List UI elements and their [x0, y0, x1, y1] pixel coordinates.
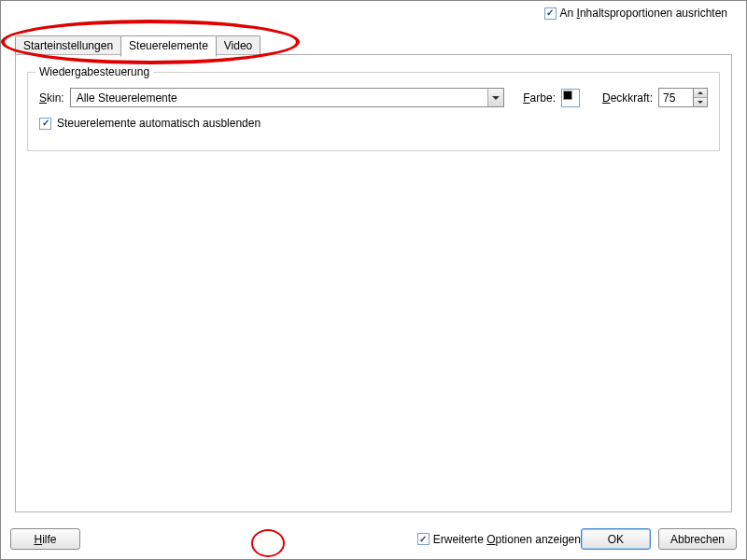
- opacity-label: Deckkraft:: [602, 91, 653, 105]
- advanced-options-checkbox[interactable]: [417, 533, 430, 545]
- spinner-down-icon[interactable]: [694, 97, 707, 106]
- cancel-button[interactable]: Abbrechen: [658, 528, 737, 550]
- chevron-down-icon[interactable]: [487, 89, 503, 106]
- autohide-label: Steuerelemente automatisch ausblenden: [57, 117, 261, 130]
- align-proportions-checkbox[interactable]: [544, 7, 557, 20]
- color-well[interactable]: [561, 89, 580, 107]
- groupbox-title: Wiedergabesteuerung: [35, 65, 153, 78]
- opacity-spinner[interactable]: [658, 88, 708, 107]
- opacity-input[interactable]: [658, 88, 694, 107]
- align-proportions-label: An Inhaltsproportionen ausrichten: [560, 7, 727, 20]
- tab-steuerelemente[interactable]: Steuerelemente: [120, 35, 217, 57]
- skin-dropdown-value: Alle Steuerelemente: [71, 91, 488, 105]
- help-button[interactable]: Hilfe: [10, 528, 80, 550]
- autohide-checkbox[interactable]: [39, 118, 51, 130]
- spinner-up-icon[interactable]: [694, 89, 707, 97]
- playback-controls-group: Wiedergabesteuerung Skin: Alle Steuerele…: [27, 72, 720, 151]
- ok-button[interactable]: OK: [581, 528, 651, 550]
- tab-panel: Wiedergabesteuerung Skin: Alle Steuerele…: [15, 54, 732, 512]
- advanced-options-label: Erweiterte Optionen anzeigen: [433, 533, 581, 546]
- skin-dropdown[interactable]: Alle Steuerelemente: [70, 88, 505, 107]
- skin-label: Skin:: [39, 91, 64, 105]
- color-label: Farbe:: [523, 91, 556, 105]
